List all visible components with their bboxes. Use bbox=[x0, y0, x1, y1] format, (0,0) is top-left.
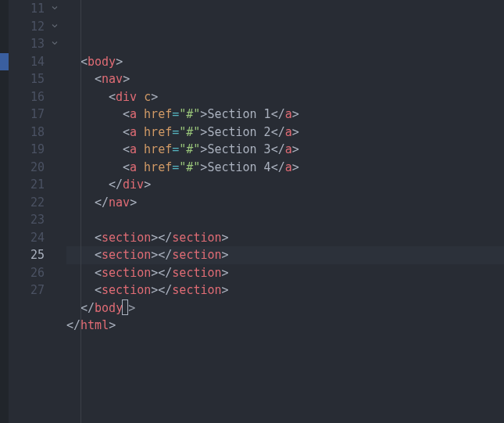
line-number[interactable]: 19 bbox=[9, 141, 66, 159]
code-line[interactable]: <section></section> bbox=[66, 281, 504, 299]
line-number[interactable]: 13 bbox=[9, 35, 66, 53]
code-line[interactable]: <a href="#">Section 1</a> bbox=[66, 106, 504, 124]
code-line[interactable] bbox=[66, 211, 504, 229]
code-line[interactable]: <nav> bbox=[66, 70, 504, 88]
indent-guide bbox=[80, 0, 81, 423]
code-line[interactable]: </html> bbox=[66, 317, 504, 335]
code-line[interactable]: <section></section> bbox=[66, 229, 504, 247]
line-number[interactable]: 24 bbox=[9, 229, 66, 247]
line-number[interactable]: 18 bbox=[9, 124, 66, 142]
code-line[interactable]: <a href="#">Section 3</a> bbox=[66, 141, 504, 159]
line-number[interactable]: 15 bbox=[9, 70, 66, 88]
code-line[interactable]: <section></section> bbox=[66, 246, 504, 264]
code-line[interactable]: <div c> bbox=[66, 88, 504, 106]
chevron-down-icon[interactable] bbox=[49, 20, 60, 31]
line-number[interactable]: 17 bbox=[9, 106, 66, 124]
line-number[interactable]: 21 bbox=[9, 176, 66, 194]
line-number[interactable]: 11 bbox=[9, 0, 66, 18]
code-line[interactable]: <section></section> bbox=[66, 264, 504, 282]
code-editor-area[interactable]: <body><nav><div c><a href="#">Section 1<… bbox=[66, 0, 504, 423]
line-number[interactable]: 26 bbox=[9, 264, 66, 282]
line-marker bbox=[0, 53, 9, 71]
chevron-down-icon[interactable] bbox=[49, 38, 60, 48]
line-number[interactable]: 12 bbox=[9, 18, 66, 36]
cursor bbox=[122, 299, 128, 315]
chevron-down-icon[interactable] bbox=[49, 2, 60, 13]
line-number[interactable]: 27 bbox=[9, 281, 66, 299]
code-line[interactable]: <body> bbox=[66, 53, 504, 71]
line-number[interactable]: 25 bbox=[9, 246, 66, 264]
line-number[interactable]: 23 bbox=[9, 211, 66, 229]
line-number[interactable]: 16 bbox=[9, 88, 66, 106]
code-line[interactable] bbox=[66, 335, 504, 353]
code-line[interactable]: </body> bbox=[66, 299, 504, 317]
code-line[interactable]: </div> bbox=[66, 176, 504, 194]
code-line[interactable]: <a href="#">Section 2</a> bbox=[66, 124, 504, 142]
editor-left-edge bbox=[0, 0, 9, 423]
line-number-gutter[interactable]: 1112131415161718192021222324252627 bbox=[9, 0, 66, 423]
line-number[interactable]: 22 bbox=[9, 194, 66, 212]
code-line[interactable]: <a href="#">Section 4</a> bbox=[66, 159, 504, 177]
line-number[interactable]: 14 bbox=[9, 53, 66, 71]
line-number[interactable]: 20 bbox=[9, 159, 66, 177]
code-line[interactable]: </nav> bbox=[66, 194, 504, 212]
